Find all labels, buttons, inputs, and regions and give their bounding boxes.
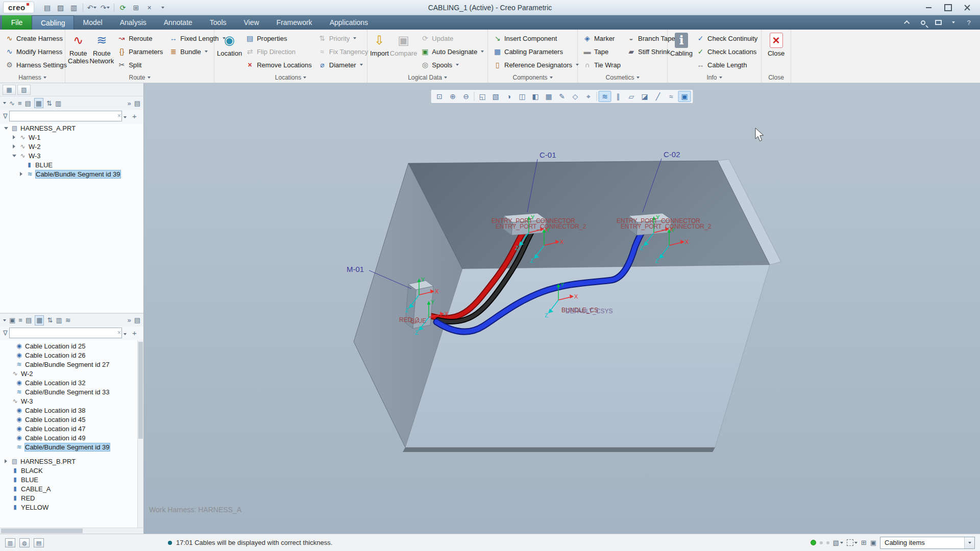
tab-framework[interactable]: Framework: [268, 15, 321, 30]
tree-row[interactable]: Cable Location id 38: [0, 406, 136, 415]
folder-browser-tab[interactable]: [17, 85, 31, 95]
tree-row[interactable]: HARNESS_B.PRT: [0, 457, 136, 466]
info-group-menu[interactable]: Info: [668, 72, 761, 83]
collapse-ribbon-button[interactable]: [902, 17, 913, 28]
update-button[interactable]: Update: [418, 32, 486, 45]
tree2-add-filter-button[interactable]: [132, 329, 140, 337]
tab-annotate[interactable]: Annotate: [155, 15, 201, 30]
tree-row[interactable]: W-3: [0, 151, 143, 160]
save-button[interactable]: ▥: [68, 2, 80, 13]
cabling-parameters-button[interactable]: Cabling Parameters: [491, 45, 581, 58]
flip-direction-button[interactable]: Flip Direction: [243, 45, 314, 58]
customize-qat-button[interactable]: [157, 2, 169, 13]
tree-vertical-scrollbar[interactable]: [137, 340, 143, 528]
tree-row[interactable]: Cable/Bundle Segment id 27: [0, 360, 136, 369]
tree-row[interactable]: YELLOW: [0, 503, 136, 512]
close-window-button[interactable]: ×: [143, 2, 156, 13]
tree-sort-button[interactable]: [46, 98, 52, 108]
route-cables-button[interactable]: Route Cables: [68, 32, 88, 65]
reference-designators-button[interactable]: Reference Designators: [491, 58, 581, 71]
auto-designate-button[interactable]: Auto Designate: [418, 45, 486, 58]
tree2-sort-button[interactable]: [47, 315, 53, 325]
tree1-filter-input[interactable]: [9, 111, 122, 121]
tree-row[interactable]: Cable Location id 32: [0, 378, 136, 387]
tree2-layers-button[interactable]: [65, 315, 71, 325]
check-locations-button[interactable]: Check Locations: [694, 45, 760, 58]
import-button[interactable]: Import: [370, 32, 389, 57]
tree-row[interactable]: RED: [0, 493, 136, 503]
route-network-button[interactable]: Route Network: [89, 32, 114, 65]
parameters-button[interactable]: Parameters: [115, 45, 165, 58]
tree-row[interactable]: Cable Location id 45: [0, 415, 136, 424]
tree-settings-button[interactable]: [55, 98, 61, 108]
graphics-area[interactable]: ⊡ ⊕ ⊖ ◱ ▧ ◑ ◫ ◧ ▦ ✎ ◇ ⌖ ≋ ∥ ▱ ◪ ╱ ≈ ▣: [144, 83, 980, 534]
3d-viewport[interactable]: Y X Z: [144, 83, 980, 534]
insert-component-button[interactable]: Insert Component: [491, 32, 581, 45]
minimize-button[interactable]: [919, 2, 938, 14]
tree-row-selected[interactable]: Cable/Bundle Segment id 39: [0, 442, 136, 452]
tree2-filter-caret[interactable]: [124, 329, 131, 337]
tree-row[interactable]: W-1: [0, 133, 143, 142]
tab-model[interactable]: Model: [74, 15, 111, 30]
tape-button[interactable]: Tape: [580, 45, 623, 58]
tree-row[interactable]: W-3: [0, 396, 136, 406]
tab-view[interactable]: View: [235, 15, 268, 30]
tree2-overflow-button[interactable]: [127, 315, 131, 325]
tree-row[interactable]: BLACK: [0, 466, 136, 475]
cosmetics-group-menu[interactable]: Cosmetics: [578, 72, 667, 83]
harness-group-menu[interactable]: Harness: [0, 72, 65, 83]
properties-button[interactable]: Properties: [243, 32, 314, 45]
tree2-type-button[interactable]: [9, 315, 15, 325]
compare-button[interactable]: Compare: [390, 32, 417, 57]
tree-collapse-button[interactable]: [3, 98, 6, 108]
priority-button[interactable]: Priority: [315, 32, 371, 45]
help-button[interactable]: ?: [964, 17, 974, 28]
selection-buffer-button[interactable]: [847, 539, 857, 546]
open-file-button[interactable]: ▨: [55, 2, 67, 13]
tree-row[interactable]: W-2: [0, 369, 136, 378]
tree-row-selected[interactable]: Cable/Bundle Segment id 39: [0, 169, 143, 179]
tree2-doc-button[interactable]: [134, 315, 140, 325]
tree-filters-button[interactable]: [34, 98, 43, 108]
split-button[interactable]: Split: [115, 58, 165, 71]
snap-grid-button[interactable]: [861, 539, 867, 546]
tree2-filter-input[interactable]: [9, 328, 122, 338]
tree-show-button[interactable]: [18, 98, 22, 108]
logical-data-group-menu[interactable]: Logical Data: [368, 72, 487, 83]
route-group-menu[interactable]: Route: [65, 72, 214, 83]
modify-harness-button[interactable]: Modify Harness: [3, 45, 69, 58]
check-continuity-button[interactable]: Check Continuity: [694, 32, 760, 45]
close-app-button[interactable]: [958, 2, 977, 14]
selection-filter-caret[interactable]: [964, 537, 974, 548]
model-tree-tab[interactable]: [3, 85, 16, 95]
tree2-filters-button[interactable]: [35, 315, 44, 325]
new-file-button[interactable]: ▤: [41, 2, 54, 13]
cable-length-button[interactable]: Cable Length: [694, 58, 760, 71]
options-caret-button[interactable]: [948, 17, 959, 28]
maximize-button[interactable]: [938, 2, 958, 14]
tree2-collapse-button[interactable]: [3, 315, 6, 325]
tree-row[interactable]: HARNESS_A.PRT: [0, 123, 143, 133]
tree-type-button[interactable]: [9, 98, 15, 108]
clear-filter-icon[interactable]: [117, 329, 121, 336]
tree-row[interactable]: Cable Location id 25: [0, 341, 136, 350]
tab-applications[interactable]: Applications: [321, 15, 377, 30]
notifications-button[interactable]: [19, 538, 30, 547]
fix-tangency-button[interactable]: Fix Tangency: [315, 45, 371, 58]
window-display-button[interactable]: [870, 539, 876, 546]
label-c02[interactable]: C-02: [664, 150, 680, 159]
cabling-info-button[interactable]: Cabling: [670, 32, 693, 57]
regenerate-button[interactable]: ⟳: [117, 2, 129, 13]
tab-cabling[interactable]: Cabling: [32, 15, 74, 30]
clipboard-button[interactable]: [34, 538, 44, 547]
locations-group-menu[interactable]: Locations: [214, 72, 367, 83]
close-cabling-button[interactable]: Close: [764, 32, 788, 57]
tree-row[interactable]: BLUE: [0, 160, 143, 169]
tree-columns-button[interactable]: [25, 98, 31, 108]
windows-button[interactable]: ⊞: [130, 2, 142, 13]
undo-button[interactable]: ↶: [86, 2, 98, 13]
scrollbar-thumb[interactable]: [1, 529, 83, 533]
diameter-button[interactable]: Diameter: [315, 58, 371, 71]
label-c01[interactable]: C-01: [540, 151, 556, 159]
model-intent-button[interactable]: [833, 539, 843, 546]
